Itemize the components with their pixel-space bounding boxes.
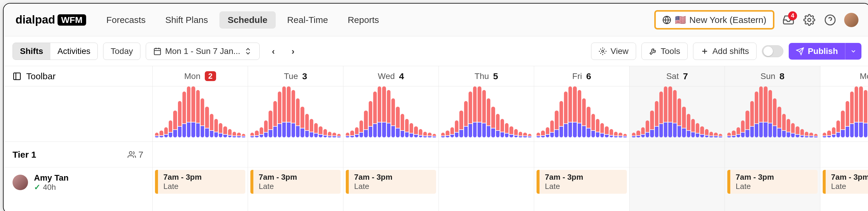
day-number: 2 bbox=[205, 71, 216, 81]
day-header[interactable]: Sun8 bbox=[725, 66, 820, 86]
view-button[interactable]: View bbox=[591, 42, 636, 60]
svg-rect-4 bbox=[154, 48, 160, 55]
tier-cell bbox=[153, 142, 248, 168]
toolbar-toggle[interactable]: Toolbar bbox=[4, 66, 152, 86]
day-header[interactable]: Wed4 bbox=[343, 66, 438, 86]
header-right: 🇺🇸 New York (Eastern) 4 bbox=[654, 10, 859, 30]
app-window: dialpad WFM Forecasts Shift Plans Schedu… bbox=[3, 3, 868, 211]
shift-time: 7am - 3pm bbox=[831, 173, 868, 182]
person-row[interactable]: Amy Tan ✓ 40h bbox=[4, 168, 152, 197]
svg-rect-13 bbox=[14, 73, 21, 80]
updown-icon bbox=[244, 47, 252, 55]
shift-time: 7am - 3pm bbox=[259, 173, 335, 182]
day-number: 5 bbox=[493, 71, 498, 81]
add-shifts-button[interactable]: Add shifts bbox=[693, 42, 756, 60]
tier-header[interactable]: Tier 1 7 bbox=[4, 142, 152, 168]
sidebar-icon bbox=[12, 72, 22, 81]
notification-badge: 4 bbox=[788, 11, 797, 20]
date-range-picker[interactable]: Mon 1 - Sun 7 Jan... bbox=[146, 42, 259, 60]
day-header[interactable]: Mon2 bbox=[153, 66, 248, 86]
inbox-button[interactable]: 4 bbox=[781, 13, 795, 27]
day-name: Fri bbox=[572, 71, 582, 81]
shift-cell: 7am - 3pmLate bbox=[820, 168, 868, 197]
shift-cell: 7am - 3pmLate bbox=[534, 168, 629, 197]
day-column: Sun87am - 3pmLate bbox=[725, 66, 820, 211]
user-avatar[interactable] bbox=[844, 13, 859, 27]
day-column: Fri67am - 3pmLate bbox=[534, 66, 629, 211]
logo-badge: WFM bbox=[58, 14, 86, 26]
shift-label: Late bbox=[736, 182, 812, 191]
day-chart bbox=[629, 86, 724, 142]
tier-label: Tier 1 bbox=[12, 150, 36, 160]
shift-card[interactable]: 7am - 3pmLate bbox=[155, 170, 245, 194]
chart-left-gutter bbox=[4, 86, 152, 142]
date-range-label: Mon 1 - Sun 7 Jan... bbox=[165, 47, 240, 56]
shift-cell: 7am - 3pmLate bbox=[725, 168, 820, 197]
day-chart bbox=[248, 86, 343, 142]
day-name: Mon bbox=[184, 71, 200, 81]
help-button[interactable] bbox=[823, 13, 837, 27]
plus-icon bbox=[701, 47, 709, 55]
nav-schedule[interactable]: Schedule bbox=[219, 11, 276, 29]
globe-icon bbox=[662, 16, 671, 25]
shift-label: Late bbox=[163, 182, 240, 191]
day-name: Sat bbox=[666, 71, 679, 81]
tier-cell bbox=[439, 142, 534, 168]
next-week[interactable]: › bbox=[288, 46, 299, 57]
shift-cell bbox=[629, 168, 724, 197]
shift-cell: 7am - 3pmLate bbox=[343, 168, 438, 197]
day-column: Mon7am - 3pmLate bbox=[820, 66, 868, 211]
day-chart bbox=[820, 86, 868, 142]
day-header[interactable]: Tue3 bbox=[248, 66, 343, 86]
shift-card[interactable]: 7am - 3pmLate bbox=[250, 170, 341, 194]
person-info: Amy Tan ✓ 40h bbox=[34, 173, 68, 192]
shift-card[interactable]: 7am - 3pmLate bbox=[536, 170, 627, 194]
shift-card[interactable]: 7am - 3pmLate bbox=[727, 170, 817, 194]
tools-button[interactable]: Tools bbox=[642, 42, 688, 60]
shift-label: Late bbox=[259, 182, 335, 191]
tier-cell bbox=[629, 142, 724, 168]
tier-cell bbox=[820, 142, 868, 168]
day-number: 3 bbox=[302, 71, 307, 81]
shift-cell: 7am - 3pmLate bbox=[153, 168, 248, 197]
day-header[interactable]: Fri6 bbox=[534, 66, 629, 86]
nav-real-time[interactable]: Real-Time bbox=[279, 11, 336, 29]
person-name: Amy Tan bbox=[34, 173, 68, 183]
settings-button[interactable] bbox=[802, 13, 816, 27]
day-header[interactable]: Mon bbox=[820, 66, 868, 86]
day-name: Sun bbox=[761, 71, 775, 81]
day-header[interactable]: Sat7 bbox=[629, 66, 724, 86]
shift-time: 7am - 3pm bbox=[163, 173, 240, 182]
day-name: Thu bbox=[474, 71, 489, 81]
day-chart bbox=[343, 86, 438, 142]
day-chart bbox=[439, 86, 534, 142]
timezone-label: New York (Eastern) bbox=[689, 15, 766, 25]
nav-links: Forecasts Shift Plans Schedule Real-Time… bbox=[98, 11, 388, 29]
svg-point-1 bbox=[808, 19, 811, 22]
publish-toggle[interactable] bbox=[762, 45, 783, 57]
seg-activities[interactable]: Activities bbox=[51, 43, 97, 60]
timezone-selector[interactable]: 🇺🇸 New York (Eastern) bbox=[654, 10, 774, 30]
day-column: Wed47am - 3pmLate bbox=[343, 66, 439, 211]
today-button[interactable]: Today bbox=[103, 42, 141, 60]
day-column: Tue37am - 3pmLate bbox=[248, 66, 343, 211]
gear-icon bbox=[598, 47, 607, 55]
tier-cell bbox=[343, 142, 438, 168]
shift-label: Late bbox=[831, 182, 868, 191]
schedule-toolbar: Shifts Activities Today Mon 1 - Sun 7 Ja… bbox=[4, 36, 868, 66]
day-name: Tue bbox=[284, 71, 298, 81]
seg-shifts[interactable]: Shifts bbox=[13, 43, 51, 60]
prev-week[interactable]: ‹ bbox=[268, 46, 279, 57]
publish-button[interactable]: Publish bbox=[789, 43, 845, 60]
nav-reports[interactable]: Reports bbox=[339, 11, 387, 29]
day-name: Mon bbox=[860, 71, 868, 81]
day-number: 6 bbox=[586, 71, 591, 81]
logo: dialpad WFM bbox=[16, 13, 86, 26]
day-header[interactable]: Thu5 bbox=[439, 66, 534, 86]
shift-card[interactable]: 7am - 3pmLate bbox=[346, 170, 436, 194]
tier-count: 7 bbox=[128, 150, 144, 160]
publish-dropdown[interactable] bbox=[845, 43, 862, 60]
nav-forecasts[interactable]: Forecasts bbox=[98, 11, 154, 29]
nav-shift-plans[interactable]: Shift Plans bbox=[157, 11, 216, 29]
shift-card[interactable]: 7am - 3pmLate bbox=[823, 170, 868, 194]
